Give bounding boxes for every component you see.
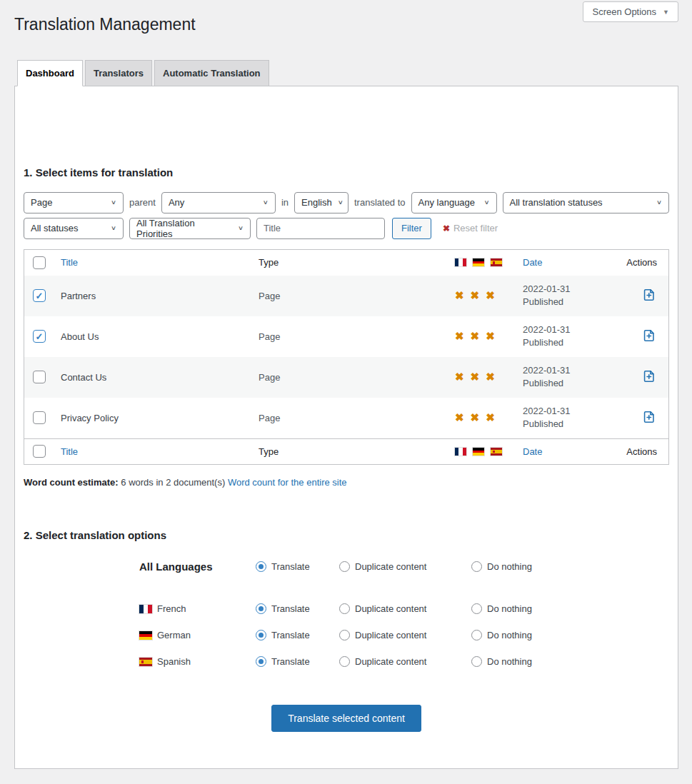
row-title: Contact Us — [50, 372, 248, 383]
reset-filter-button[interactable]: ✖ Reset filter — [443, 223, 498, 233]
filter-row-2: All statuses ∨ All Translation Prioritie… — [24, 218, 669, 239]
spanish-do-nothing-option[interactable]: Do nothing — [471, 656, 669, 667]
add-translation-icon[interactable] — [641, 287, 657, 303]
french-duplicate-option[interactable]: Duplicate content — [339, 603, 471, 614]
language-flags-footer — [441, 448, 508, 456]
german-duplicate-option[interactable]: Duplicate content — [339, 630, 471, 640]
column-type-header: Type — [248, 257, 441, 268]
row-date: 2022-01-31 Published — [508, 283, 623, 310]
sort-by-title-link[interactable]: Title — [61, 446, 78, 457]
title-filter-input[interactable] — [256, 218, 385, 239]
table-row: ✓ Privacy Policy Page ✖ ✖ ✖ 2022-01-31 P… — [24, 398, 668, 438]
spanish-translate-option[interactable]: Translate — [256, 656, 339, 667]
add-translation-icon[interactable] — [641, 368, 657, 384]
radio-icon[interactable] — [256, 561, 266, 572]
row-translation-status: ✖ ✖ ✖ — [441, 371, 508, 383]
spanish-duplicate-option[interactable]: Duplicate content — [339, 656, 471, 667]
radio-icon[interactable] — [256, 630, 266, 640]
word-count-label: Word count estimate: — [24, 477, 119, 488]
option-label[interactable]: Do nothing — [487, 603, 532, 614]
radio-icon[interactable] — [339, 630, 350, 640]
tab-bar: Dashboard Translators Automatic Translat… — [17, 60, 692, 86]
option-label[interactable]: Duplicate content — [355, 603, 426, 614]
tab-dashboard[interactable]: Dashboard — [17, 60, 83, 86]
screen-options-button[interactable]: Screen Options ▼ — [583, 1, 678, 22]
german-flag-icon — [473, 448, 484, 456]
radio-icon[interactable] — [471, 603, 482, 614]
word-count-text: 6 words in 2 document(s) — [121, 477, 225, 488]
tab-translators[interactable]: Translators — [85, 60, 152, 86]
row-status: Published — [523, 377, 623, 391]
not-translated-icon: ✖ — [471, 371, 480, 383]
dashboard-panel: 1. Select items for translation Page ∨ p… — [14, 86, 678, 769]
status-select[interactable]: All statuses ∨ — [24, 218, 124, 239]
tab-automatic-translation[interactable]: Automatic Translation — [154, 60, 269, 86]
priority-select[interactable]: All Translation Priorities ∨ — [129, 218, 251, 239]
row-title: Privacy Policy — [50, 413, 248, 423]
table-row: ✓ About Us Page ✖ ✖ ✖ 2022-01-31 Publish… — [24, 316, 668, 357]
chevron-down-icon: ∨ — [263, 199, 269, 206]
option-label[interactable]: Translate — [271, 656, 310, 667]
option-label[interactable]: Do nothing — [487, 561, 532, 572]
row-date-value: 2022-01-31 — [523, 283, 623, 296]
french-flag-icon — [455, 448, 466, 456]
french-translate-option[interactable]: Translate — [256, 603, 339, 614]
option-label[interactable]: Do nothing — [487, 630, 532, 640]
row-checkbox[interactable]: ✓ — [33, 411, 46, 424]
add-translation-icon[interactable] — [641, 409, 657, 425]
radio-icon[interactable] — [471, 561, 482, 572]
sort-by-title-link[interactable]: Title — [61, 257, 78, 268]
filter-button[interactable]: Filter — [392, 218, 431, 239]
all-languages-duplicate-option[interactable]: Duplicate content — [339, 561, 471, 572]
option-label[interactable]: Translate — [271, 561, 310, 572]
select-all-checkbox[interactable]: ✓ — [33, 445, 46, 458]
sort-by-date-link[interactable]: Date — [523, 446, 542, 457]
option-label[interactable]: Do nothing — [487, 656, 532, 667]
radio-icon[interactable] — [339, 656, 350, 667]
radio-icon[interactable] — [471, 656, 482, 667]
target-language-select[interactable]: Any language ∨ — [411, 192, 497, 213]
row-type: Page — [248, 291, 441, 301]
not-translated-icon: ✖ — [486, 330, 495, 343]
submit-area: Translate selected content — [24, 705, 669, 732]
option-label[interactable]: Translate — [271, 630, 310, 640]
row-checkbox[interactable]: ✓ — [33, 330, 46, 343]
not-translated-icon: ✖ — [486, 371, 495, 383]
row-date: 2022-01-31 Published — [508, 405, 623, 432]
all-languages-translate-option[interactable]: Translate — [256, 561, 339, 572]
target-language-value: Any language — [418, 197, 476, 208]
translate-selected-content-button[interactable]: Translate selected content — [271, 705, 421, 732]
type-select[interactable]: Page ∨ — [24, 192, 124, 213]
option-label[interactable]: Duplicate content — [355, 630, 426, 640]
row-type: Page — [248, 331, 441, 342]
select-all-checkbox[interactable]: ✓ — [33, 256, 46, 269]
not-translated-icon: ✖ — [455, 411, 464, 424]
row-status: Published — [523, 418, 623, 431]
in-label: in — [281, 197, 289, 208]
all-languages-do-nothing-option[interactable]: Do nothing — [471, 561, 669, 572]
option-label[interactable]: Duplicate content — [355, 561, 426, 572]
radio-icon[interactable] — [256, 603, 266, 614]
parent-select[interactable]: Any ∨ — [161, 192, 276, 213]
word-count-site-link[interactable]: Word count for the entire site — [228, 477, 347, 488]
option-label[interactable]: Translate — [271, 603, 310, 614]
option-label[interactable]: Duplicate content — [355, 656, 426, 667]
source-language-select[interactable]: English ∨ — [294, 192, 348, 213]
spanish-flag-icon — [491, 448, 502, 456]
french-do-nothing-option[interactable]: Do nothing — [471, 603, 669, 614]
not-translated-icon: ✖ — [455, 371, 464, 383]
table-row: ✓ Contact Us Page ✖ ✖ ✖ 2022-01-31 Publi… — [24, 357, 668, 398]
row-checkbox[interactable]: ✓ — [33, 289, 46, 302]
add-translation-icon[interactable] — [641, 328, 657, 343]
translated-to-label: translated to — [354, 197, 406, 208]
german-do-nothing-option[interactable]: Do nothing — [471, 630, 669, 640]
row-type: Page — [248, 413, 441, 423]
sort-by-date-link[interactable]: Date — [523, 257, 542, 268]
row-checkbox[interactable]: ✓ — [33, 371, 46, 383]
radio-icon[interactable] — [256, 656, 266, 667]
radio-icon[interactable] — [339, 603, 350, 614]
radio-icon[interactable] — [339, 561, 350, 572]
translation-status-select[interactable]: All translation statuses ∨ — [503, 192, 669, 213]
german-translate-option[interactable]: Translate — [256, 630, 339, 640]
radio-icon[interactable] — [471, 630, 482, 640]
